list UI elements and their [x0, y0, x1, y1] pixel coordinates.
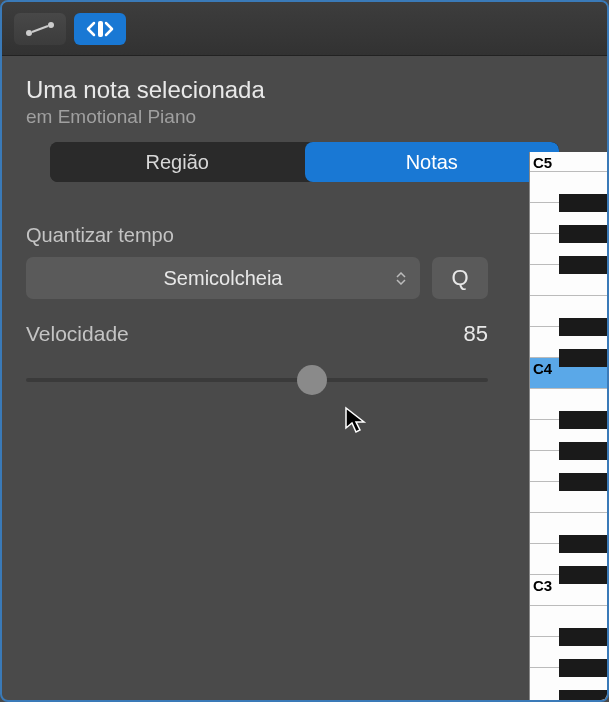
piano-black-key[interactable] — [559, 566, 607, 584]
piano-white-key[interactable]: C5 — [530, 152, 607, 172]
piano-black-key[interactable] — [559, 473, 607, 491]
tab-region[interactable]: Região — [50, 142, 305, 182]
velocity-value: 85 — [464, 321, 488, 347]
quantize-row: Semicolcheia Q — [26, 257, 488, 299]
slider-thumb[interactable] — [297, 365, 327, 395]
automation-tool-button[interactable] — [14, 13, 66, 45]
piano-black-key[interactable] — [559, 349, 607, 367]
inspector-tabs: Região Notas — [50, 142, 559, 182]
quantize-button[interactable]: Q — [432, 257, 488, 299]
quantize-label: Quantizar tempo — [26, 224, 488, 247]
inspector-content: Quantizar tempo Semicolcheia Q Velocidad… — [2, 196, 512, 423]
toolbar — [2, 2, 607, 56]
piano-black-key[interactable] — [559, 194, 607, 212]
svg-line-2 — [32, 26, 48, 32]
piano-black-key[interactable] — [559, 225, 607, 243]
velocity-slider[interactable] — [26, 365, 488, 395]
piano-keyboard[interactable]: C5 C4 C3 — [529, 152, 607, 700]
track-subtitle: em Emotional Piano — [26, 106, 583, 128]
automation-curve-icon — [25, 21, 55, 37]
key-label-c3: C3 — [533, 577, 552, 594]
selection-title: Uma nota selecionada — [26, 76, 583, 104]
quantize-dropdown[interactable]: Semicolcheia — [26, 257, 420, 299]
key-label-c5: C5 — [533, 154, 552, 171]
svg-point-0 — [26, 30, 32, 36]
piano-black-key[interactable] — [559, 318, 607, 336]
piano-black-key[interactable] — [559, 628, 607, 646]
header-section: Uma nota selecionada em Emotional Piano … — [2, 56, 607, 196]
svg-point-1 — [48, 22, 54, 28]
piano-black-key[interactable] — [559, 442, 607, 460]
velocity-row: Velocidade 85 — [26, 321, 488, 347]
piano-black-key[interactable] — [559, 535, 607, 553]
quantize-value: Semicolcheia — [164, 267, 283, 290]
piano-black-key[interactable] — [559, 690, 607, 702]
velocity-label: Velocidade — [26, 322, 129, 346]
piano-black-key[interactable] — [559, 256, 607, 274]
tab-notes[interactable]: Notas — [305, 142, 560, 182]
slider-track — [26, 378, 488, 382]
catch-icon — [85, 19, 115, 39]
key-label-c4: C4 — [533, 360, 552, 377]
catch-tool-button[interactable] — [74, 13, 126, 45]
dropdown-arrows-icon — [396, 272, 406, 285]
piano-black-key[interactable] — [559, 411, 607, 429]
piano-black-key[interactable] — [559, 659, 607, 677]
svg-rect-3 — [98, 21, 103, 37]
